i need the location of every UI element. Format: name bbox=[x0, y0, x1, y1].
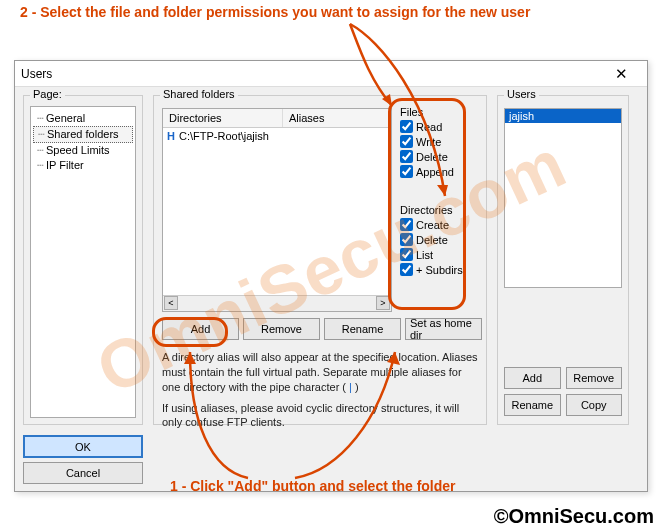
svg-marker-3 bbox=[387, 352, 400, 365]
annotation-arrows bbox=[0, 0, 662, 532]
annotation-step-1: 1 - Click "Add" button and select the fo… bbox=[170, 478, 456, 494]
annotation-step-2: 2 - Select the file and folder permissio… bbox=[20, 4, 642, 20]
svg-marker-2 bbox=[184, 352, 196, 364]
svg-marker-1 bbox=[437, 185, 448, 196]
